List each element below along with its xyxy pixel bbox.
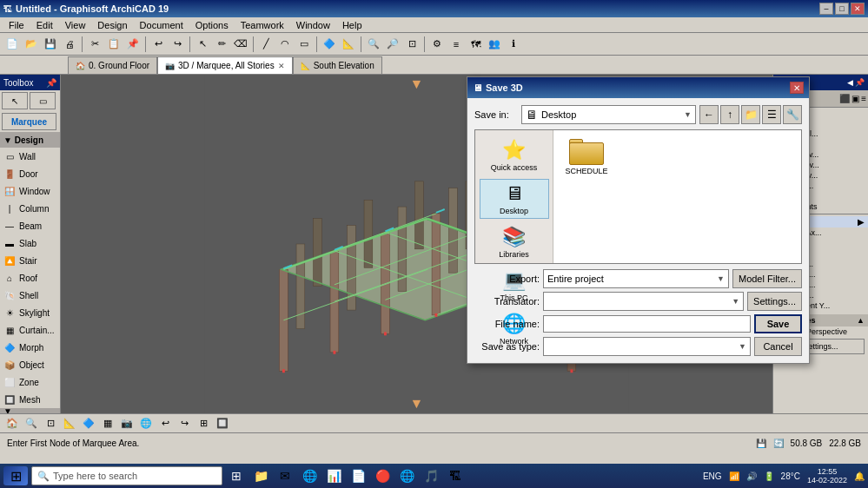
taskbar-app-media[interactable]: 🎵	[421, 465, 441, 486]
taskbar-app-explorer[interactable]: 📁	[250, 465, 271, 486]
right-panel-icon1[interactable]: ⬛	[839, 94, 850, 103]
taskbar-app-edge[interactable]: 🌐	[299, 465, 320, 486]
bottom-tool-6[interactable]: ▦	[99, 415, 116, 432]
toolbox-object[interactable]: 📦Object	[0, 356, 60, 373]
toolbar-fit[interactable]: ⊡	[403, 36, 421, 53]
toolbar-print[interactable]: 🖨	[61, 36, 78, 53]
dialog-loc-back[interactable]: ←	[699, 105, 719, 124]
toolbar-eraser[interactable]: ⌫	[232, 36, 249, 53]
toolbox-shell[interactable]: 🐚Shell	[0, 287, 60, 304]
right-panel-properties-expand[interactable]: ▲	[857, 316, 865, 325]
toolbar-redo[interactable]: ↪	[169, 36, 186, 53]
bottom-tool-4[interactable]: 📐	[61, 415, 78, 432]
taskbar-sound-icon[interactable]: 🔊	[746, 472, 757, 481]
taskbar-keyboard-indicator[interactable]: ENG	[703, 472, 722, 481]
dialog-settings-btn[interactable]: Settings...	[747, 292, 802, 311]
taskbar-app-archicad[interactable]: 🏗	[445, 465, 466, 486]
dialog-save-button[interactable]: Save	[754, 314, 802, 333]
dialog-nav-quick-access[interactable]: ⭐ Quick access	[480, 135, 549, 175]
toolbox-door[interactable]: 🚪Door	[0, 165, 60, 182]
toolbox-stair[interactable]: 🔼Stair	[0, 252, 60, 269]
close-button[interactable]: ✕	[851, 3, 865, 15]
dialog-filename-input[interactable]	[543, 315, 751, 333]
menu-options[interactable]: Options	[190, 19, 234, 31]
tab-south-elevation[interactable]: 📐 South Elevation	[293, 56, 382, 74]
right-panel-expand-component[interactable]: ▶	[858, 217, 865, 227]
status-save-icon[interactable]: 💾	[756, 439, 766, 448]
toolbox-select-btn[interactable]: ↖	[2, 92, 28, 109]
dialog-location-combo[interactable]: 🖥 Desktop ▼	[521, 105, 696, 124]
taskbar-clock[interactable]: 12:55 14-02-2022	[807, 467, 847, 485]
toolbar-pencil[interactable]: ✏	[213, 36, 230, 53]
taskbar-battery-icon[interactable]: 🔋	[764, 472, 774, 481]
dialog-loc-newdir[interactable]: 📁	[741, 105, 760, 124]
dialog-nav-desktop[interactable]: 🖥 Desktop	[480, 179, 549, 219]
taskbar-app-chrome[interactable]: 🌐	[396, 465, 417, 486]
right-panel-icon2[interactable]: ▣	[851, 94, 859, 103]
bottom-tool-11[interactable]: ⊞	[195, 415, 212, 432]
bottom-tool-10[interactable]: ↪	[176, 415, 193, 432]
toolbar-save[interactable]: 💾	[42, 36, 59, 53]
toolbox-roof[interactable]: ⌂Roof	[0, 269, 60, 287]
status-refresh-icon[interactable]: 🔄	[773, 439, 784, 448]
bottom-tool-5[interactable]: 🔷	[80, 415, 97, 432]
toolbar-teamwork[interactable]: 👥	[486, 36, 503, 53]
dialog-export-combo[interactable]: Entire project ▼	[543, 269, 729, 288]
taskbar-start-button[interactable]: ⊞	[3, 466, 28, 485]
taskbar-notifications[interactable]: 🔔	[854, 472, 865, 481]
taskbar-app-acrobat[interactable]: 🔴	[372, 465, 393, 486]
dialog-loc-tools[interactable]: 🔧	[783, 105, 802, 124]
bottom-tool-8[interactable]: 🌐	[137, 415, 155, 432]
tab-ground-floor[interactable]: 🏠 0. Ground Floor	[68, 56, 157, 74]
menu-document[interactable]: Document	[135, 19, 189, 31]
taskbar-search-box[interactable]: 🔍 Type here to search	[31, 466, 222, 485]
toolbar-navigator[interactable]: 🗺	[467, 36, 484, 53]
toolbox-wall[interactable]: ▭Wall	[0, 148, 60, 165]
bottom-tool-9[interactable]: ↩	[156, 415, 174, 432]
menu-view[interactable]: View	[60, 19, 91, 31]
toolbox-pin[interactable]: 📌	[46, 78, 56, 88]
toolbar-paste[interactable]: 📌	[124, 36, 142, 53]
dialog-close-button[interactable]: ✕	[790, 82, 804, 94]
toolbar-cut[interactable]: ✂	[86, 36, 103, 53]
toolbar-arc[interactable]: ◠	[276, 36, 294, 53]
bottom-tool-3[interactable]: ⊡	[42, 415, 59, 432]
toolbox-curtain[interactable]: ▦Curtain...	[0, 321, 60, 339]
toolbox-zone[interactable]: ⬜Zone	[0, 373, 60, 391]
taskbar-wifi-icon[interactable]: 📶	[729, 472, 739, 481]
toolbox-marquee-rect-btn[interactable]: ▭	[30, 92, 56, 109]
menu-teamwork[interactable]: Teamwork	[235, 19, 289, 31]
toolbar-open[interactable]: 📂	[23, 36, 40, 53]
toolbar-new[interactable]: 📄	[3, 36, 21, 53]
toolbar-undo[interactable]: ↩	[149, 36, 167, 53]
bottom-tool-2[interactable]: 🔍	[23, 415, 40, 432]
toolbox-slab[interactable]: ▬Slab	[0, 234, 60, 252]
dialog-savetype-combo[interactable]: ▼	[543, 337, 751, 356]
toolbar-zoom-out[interactable]: 🔎	[384, 36, 401, 53]
toolbar-rect[interactable]: ▭	[295, 36, 313, 53]
menu-window[interactable]: Window	[291, 19, 335, 31]
toolbar-3d[interactable]: 🔷	[321, 36, 338, 53]
menu-file[interactable]: File	[3, 19, 30, 31]
toolbox-section-design[interactable]: ▼ Design	[0, 132, 60, 148]
toolbar-copy[interactable]: 📋	[105, 36, 123, 53]
toolbox-morph[interactable]: 🔷Morph	[0, 339, 60, 356]
toolbar-zoom-in[interactable]: 🔍	[365, 36, 382, 53]
menu-design[interactable]: Design	[92, 19, 132, 31]
toolbox-mesh[interactable]: 🔲Mesh	[0, 391, 60, 408]
dialog-translator-combo[interactable]: ▼	[543, 292, 744, 311]
tab-3d-marquee[interactable]: 📷 3D / Marquee, All Stories ✕	[157, 56, 293, 74]
dialog-nav-libraries[interactable]: 📚 Libraries	[480, 222, 549, 262]
toolbar-info[interactable]: ℹ	[505, 36, 522, 53]
taskbar-app-mail[interactable]: ✉	[275, 465, 295, 486]
bottom-tool-7[interactable]: 📷	[118, 415, 136, 432]
toolbar-settings[interactable]: ⚙	[428, 36, 446, 53]
right-panel-pin[interactable]: 📌	[855, 78, 865, 87]
toolbox-beam[interactable]: —Beam	[0, 217, 60, 234]
taskbar-app-excel[interactable]: 📊	[323, 465, 344, 486]
toolbar-floor[interactable]: 📐	[340, 36, 357, 53]
bottom-tool-1[interactable]: 🏠	[3, 415, 21, 432]
tab-3d-close[interactable]: ✕	[278, 62, 285, 70]
toolbar-line[interactable]: ╱	[257, 36, 275, 53]
dialog-loc-view[interactable]: ☰	[762, 105, 781, 124]
